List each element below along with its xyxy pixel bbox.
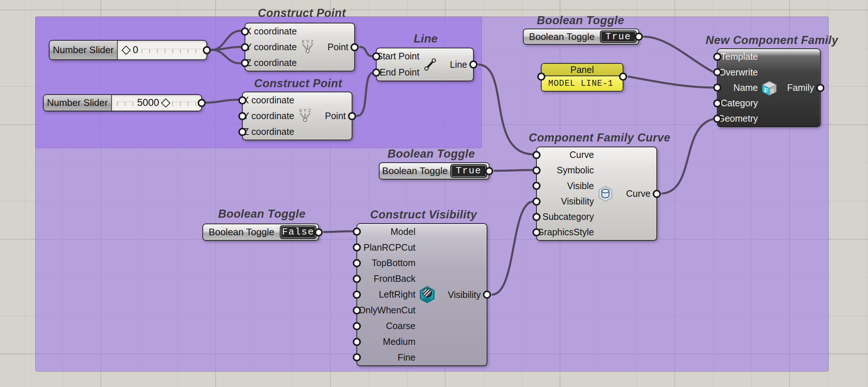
input-nub-template[interactable]	[713, 53, 721, 61]
slider-handle-icon[interactable]	[161, 98, 170, 107]
wire-visibility-to-visibility[interactable]	[492, 202, 532, 295]
output-nub[interactable]	[198, 99, 206, 107]
output-label: Visibility	[437, 224, 487, 365]
line-segment-icon	[421, 48, 440, 81]
wire-slider2-to-x[interactable]	[206, 100, 238, 103]
input-label: Y coordinate	[245, 42, 297, 52]
output-nub[interactable]	[483, 291, 491, 299]
input-nub-subcategory[interactable]	[532, 213, 541, 221]
input-nub-overwrite[interactable]	[713, 68, 721, 76]
input-nub-category[interactable]	[713, 99, 721, 107]
title-construct-point-2: Construct Point	[254, 77, 342, 90]
title-boolean-toggle-1: Boolean Toggle	[537, 14, 624, 27]
slider-ticks	[172, 102, 196, 106]
slider-handle-icon[interactable]	[121, 45, 131, 55]
boolean-toggle-1-label: Boolean Toggle	[524, 31, 600, 43]
input-label: Start Point	[377, 51, 420, 62]
wire-line-to-curve[interactable]	[479, 64, 532, 154]
input-nub-planrcpcut[interactable]	[353, 243, 361, 251]
boolean-toggle-1[interactable]: Boolean Toggle True	[523, 29, 639, 45]
input-nub-fine[interactable]	[353, 353, 361, 361]
input-label: Fine	[357, 353, 415, 363]
input-nub-z[interactable]	[238, 128, 246, 136]
input-label: PlanRCPCut	[357, 243, 415, 253]
input-nub-visible[interactable]	[532, 182, 541, 190]
input-nub-y[interactable]	[241, 43, 249, 51]
input-nub-onlywhencut[interactable]	[353, 306, 361, 314]
wire-point1-to-start[interactable]	[360, 47, 372, 56]
output-label: Line	[440, 48, 473, 81]
input-nub-graphicsstyle[interactable]	[532, 228, 541, 236]
input-nub-model[interactable]	[353, 228, 361, 236]
input-nub-coarse[interactable]	[353, 322, 361, 330]
line-node[interactable]: Start Point End Point Line	[376, 48, 474, 81]
output-nub[interactable]	[203, 46, 211, 54]
input-nub-leftright[interactable]	[353, 291, 361, 299]
component-family-curve-node[interactable]: Curve Symbolic Visible Visibility Subcat…	[536, 147, 657, 241]
output-nub[interactable]	[469, 60, 477, 69]
boolean-toggle-2-value[interactable]: True	[450, 164, 487, 178]
panel-content[interactable]: MODEL LINE-1	[542, 76, 623, 91]
wire-toggle1-to-overwrite[interactable]	[644, 37, 713, 72]
input-nub-geometry[interactable]	[713, 115, 721, 123]
wire-panel-to-name[interactable]	[629, 77, 713, 88]
input-label: LeftRight	[357, 290, 415, 300]
wire-point2-to-end[interactable]	[357, 73, 372, 116]
input-nub-y[interactable]	[238, 112, 246, 120]
input-label: Z coordinate	[243, 127, 294, 137]
output-nub[interactable]	[816, 84, 824, 92]
xyz-point-icon: X Y Z	[296, 92, 315, 140]
construct-point-2[interactable]: X coordinate Y coordinate Z coordinate X…	[242, 92, 352, 140]
input-label: Coarse	[357, 321, 415, 331]
output-nub[interactable]	[315, 228, 323, 236]
construct-point-1[interactable]: X coordinate Y coordinate Z coordinate X…	[245, 23, 355, 71]
svg-text:Y: Y	[306, 39, 310, 44]
output-nub[interactable]	[653, 190, 661, 198]
input-nub-frontback[interactable]	[353, 275, 361, 283]
input-nub-end-point[interactable]	[372, 69, 380, 77]
input-nub-x[interactable]	[241, 27, 249, 36]
input-label: Category	[718, 98, 758, 108]
number-slider-1[interactable]: Number Slider 0	[49, 40, 207, 60]
input-label: X coordinate	[243, 95, 294, 106]
grasshopper-canvas[interactable]: Construct Point Construct Point Line Boo…	[0, 0, 868, 387]
boolean-toggle-3-value[interactable]: False	[280, 225, 316, 239]
boolean-toggle-1-value[interactable]: True	[600, 30, 637, 43]
input-label: Overwrite	[718, 67, 758, 78]
output-nub[interactable]	[485, 167, 493, 175]
wire-toggle3-to-model[interactable]	[324, 231, 352, 232]
input-nub-visibility[interactable]	[532, 198, 541, 206]
number-slider-1-track[interactable]: 0	[118, 41, 206, 59]
input-nub-z[interactable]	[241, 59, 249, 67]
wire-slider1-to-z[interactable]	[212, 50, 241, 63]
output-label: Point	[315, 92, 352, 140]
svg-text:X: X	[301, 39, 305, 44]
input-nub-topbottom[interactable]	[353, 259, 361, 267]
output-nub[interactable]	[348, 112, 356, 120]
title-construct-visibility: Construct Visibility	[370, 208, 477, 221]
boolean-toggle-3[interactable]: Boolean Toggle False	[202, 224, 319, 241]
output-label: Curve	[616, 147, 656, 240]
input-nub[interactable]	[537, 73, 545, 81]
new-component-family-node[interactable]: Template Overwrite Name Category Geometr…	[717, 48, 821, 127]
boolean-toggle-2[interactable]: Boolean Toggle True	[379, 162, 490, 180]
input-label: Medium	[357, 337, 415, 347]
xyz-point-icon: X Y Z	[298, 23, 317, 71]
output-nub[interactable]	[635, 33, 643, 41]
wire-curve-to-geometry[interactable]	[662, 119, 713, 194]
slider-ticks	[117, 102, 134, 106]
number-slider-2[interactable]: Number Slider 5000	[43, 94, 202, 111]
construct-visibility-node[interactable]: Model PlanRCPCut TopBottom FrontBack Lef…	[356, 223, 487, 366]
input-label: GraphicsStyle	[537, 227, 594, 237]
input-nub-curve[interactable]	[532, 151, 541, 159]
output-nub[interactable]	[619, 73, 627, 81]
input-nub-start-point[interactable]	[372, 52, 380, 60]
input-nub-x[interactable]	[238, 96, 246, 104]
output-nub[interactable]	[351, 43, 359, 51]
input-nub-symbolic[interactable]	[532, 166, 541, 174]
input-nub-medium[interactable]	[353, 338, 361, 346]
panel-node[interactable]: Panel MODEL LINE-1	[541, 63, 623, 92]
wire-toggle2-to-symbolic[interactable]	[495, 170, 532, 171]
input-nub-name[interactable]	[713, 84, 721, 92]
number-slider-2-track[interactable]: 5000	[112, 95, 201, 111]
